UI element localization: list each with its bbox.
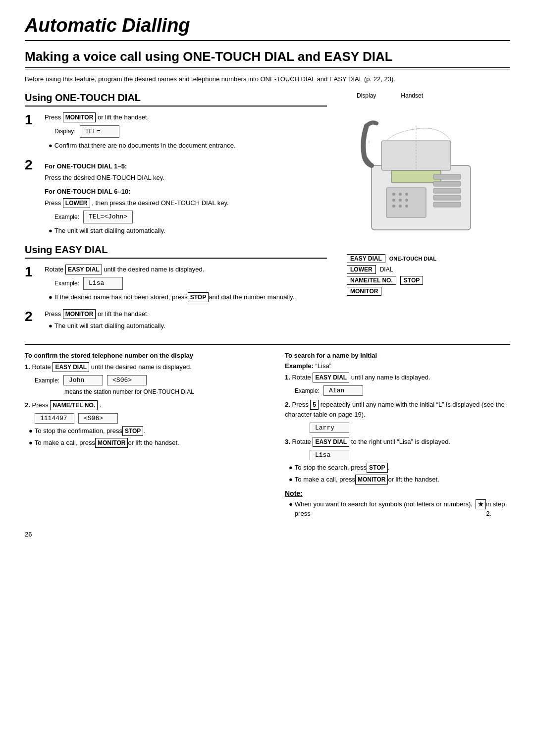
search-step1: 1. Rotate EASY DIAL until any name is di… xyxy=(285,373,510,382)
svg-rect-14 xyxy=(433,181,461,186)
svg-rect-15 xyxy=(433,188,461,193)
search-bullet-2: ● To make a call, press MONITOR or lift … xyxy=(289,475,510,485)
dial-label: DIAL xyxy=(380,266,393,273)
step2a-text: Press the desired ONE-TOUCH DIAL key. xyxy=(45,173,327,183)
confirm-display-val: 1114497 xyxy=(35,413,74,424)
svg-point-5 xyxy=(399,193,402,196)
step2-easy-number: 2 xyxy=(25,309,40,324)
confirm-display-val2: <S06> xyxy=(78,413,118,424)
search-step3: 3. Rotate EASY DIAL to the right until “… xyxy=(285,437,510,447)
search-display-val: Larry xyxy=(310,423,349,433)
svg-point-6 xyxy=(405,193,408,196)
confirm-bullet-1: ● To stop the confirmation, press STOP . xyxy=(29,426,270,436)
svg-rect-16 xyxy=(433,195,461,200)
step1-easy-pre: Rotate xyxy=(45,266,63,273)
intro-text: Before using this feature, program the d… xyxy=(25,74,510,84)
confirm-step1: 1. Rotate EASY DIAL until the desired na… xyxy=(25,362,270,372)
example-val-2: Lisa xyxy=(83,277,123,290)
handset-diagram-label: Handset xyxy=(401,92,423,99)
stop-btn-label: STOP xyxy=(400,276,423,285)
confirm-bullet-2: ● To make a call, press MONITOR or lift … xyxy=(29,438,270,448)
monitor-btn-label: MONITOR xyxy=(347,287,381,296)
step2b-text: Press LOWER , then press the desired ONE… xyxy=(45,198,327,208)
svg-rect-13 xyxy=(433,174,461,179)
divider-1 xyxy=(25,344,510,345)
svg-point-12 xyxy=(405,205,408,208)
bullet-2: ● The unit will start dialling automatic… xyxy=(49,226,327,236)
monitor-key-1: MONITOR xyxy=(63,112,96,122)
step2-number: 2 xyxy=(25,158,40,173)
step2-easy-pre: Press xyxy=(45,310,61,318)
star-key: ★ xyxy=(476,499,486,509)
note-title: Note: xyxy=(285,489,510,497)
step2a-label: For ONE-TOUCH DIAL 1–5: xyxy=(45,162,327,171)
easy-dial-key-2: EASY DIAL xyxy=(53,362,89,372)
name-tel-key: NAME/TEL NO. xyxy=(50,400,98,410)
search-bullet-1: ● To stop the search, press STOP . xyxy=(289,463,510,473)
svg-point-11 xyxy=(399,205,402,208)
easy-dial-heading: Using EASY DIAL xyxy=(25,244,327,259)
step1-number: 1 xyxy=(25,112,40,128)
confirm-step2: 2. Press NAME/TEL NO. . xyxy=(25,400,270,410)
svg-rect-17 xyxy=(433,202,461,207)
monitor-key-3: MONITOR xyxy=(95,438,128,448)
easy-dial-key-4: EASY DIAL xyxy=(313,437,349,447)
search-step2: 2. Press 5 repeatedly until any name wit… xyxy=(285,400,510,420)
fax-diagram: Display Handset xyxy=(342,92,510,296)
fax-machine-image xyxy=(342,101,490,251)
example-val-1: TEL=<John> xyxy=(83,211,133,223)
search-display-row1: Larry xyxy=(310,423,510,433)
monitor-key-2: MONITOR xyxy=(63,309,96,319)
step1-easy-number: 1 xyxy=(25,265,40,280)
one-touch-label: ONE-TOUCH DIAL xyxy=(389,256,436,262)
button-panel: EASY DIAL ONE-TOUCH DIAL LOWER DIAL NAME… xyxy=(347,254,436,296)
stop-key-3: STOP xyxy=(367,463,387,473)
svg-point-9 xyxy=(405,199,408,202)
bullet-4: ● The unit will start dialling automatic… xyxy=(49,321,327,331)
search-example-header: Example: “Lisa” xyxy=(285,362,510,370)
confirm-heading: To confirm the stored telephone number o… xyxy=(25,352,270,359)
double-rule xyxy=(25,67,510,69)
display-val-1: TEL= xyxy=(80,125,119,138)
note-bullet: ● When you want to search for symbols (n… xyxy=(289,499,510,519)
lower-btn-label: LOWER xyxy=(347,265,376,274)
lower-key-1: LOWER xyxy=(63,198,90,208)
confirm-example-val: John xyxy=(63,375,103,385)
monitor-key-4: MONITOR xyxy=(355,475,388,485)
easy-dial-key-1: EASY DIAL xyxy=(65,265,102,274)
step1-rest: or lift the handset. xyxy=(98,113,149,121)
stop-key-1: STOP xyxy=(188,292,209,302)
step2b-label: For ONE-TOUCH DIAL 6–10: xyxy=(45,187,327,197)
display-label-1: Display: xyxy=(54,127,76,136)
svg-point-8 xyxy=(399,199,402,202)
svg-point-10 xyxy=(392,205,395,208)
page-title: Automatic Dialling xyxy=(25,15,510,41)
search-display-val2: Lisa xyxy=(310,450,349,460)
confirm-display-row: 1114497 <S06> xyxy=(35,413,270,424)
easy-dial-btn-label: EASY DIAL xyxy=(347,254,385,263)
search-heading: To search for a name by initial xyxy=(285,352,510,359)
search-example-row1: Example: Alan xyxy=(295,385,510,396)
key-5: 5 xyxy=(310,400,319,410)
bullet-3: ● If the desired name has not been store… xyxy=(49,292,327,302)
confirm-example-val2: <S06> xyxy=(107,375,147,385)
svg-point-4 xyxy=(392,193,395,196)
note-section: Note: ● When you want to search for symb… xyxy=(285,489,510,519)
confirm-means-text: means the station number for ONE-TOUCH D… xyxy=(64,388,270,396)
stop-key-2: STOP xyxy=(122,426,143,436)
display-diagram-label: Display xyxy=(357,92,376,99)
bullet-1: ● Confirm that there are no documents in… xyxy=(49,141,327,151)
example-label-2: Example: xyxy=(54,279,79,288)
example-label-1: Example: xyxy=(54,213,79,221)
confirm-example-row: Example: John <S06> xyxy=(35,375,270,385)
search-display-row2: Lisa xyxy=(310,450,510,460)
easy-dial-key-3: EASY DIAL xyxy=(313,373,349,382)
one-touch-heading: Using ONE-TOUCH DIAL xyxy=(25,92,327,107)
step1-pre: Press xyxy=(45,113,61,121)
step2-easy-rest: or lift the handset. xyxy=(98,310,149,318)
name-tel-btn-label: NAME/TEL NO. xyxy=(347,276,396,285)
page-number: 26 xyxy=(25,531,510,538)
section1-heading: Making a voice call using ONE-TOUCH DIAL… xyxy=(25,49,510,64)
svg-point-7 xyxy=(392,199,395,202)
search-example-val1: Alan xyxy=(323,385,363,396)
